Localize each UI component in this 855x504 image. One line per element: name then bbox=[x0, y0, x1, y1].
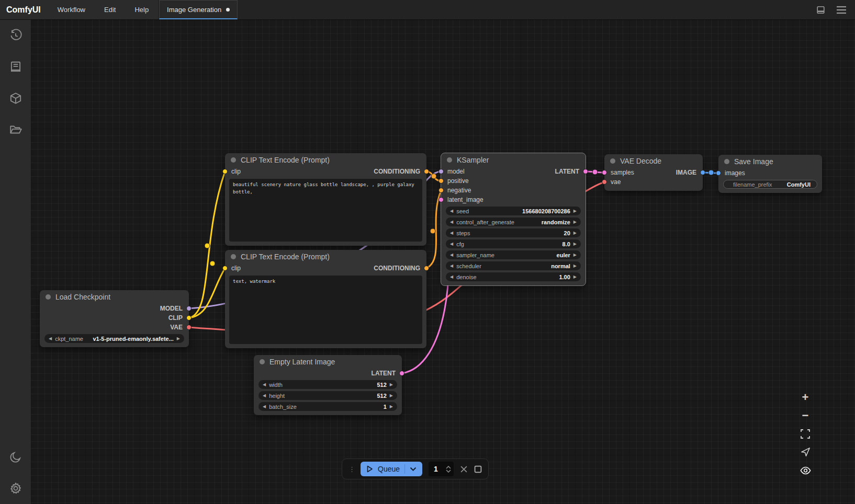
save-image-input-port-images[interactable] bbox=[716, 170, 721, 176]
collapse-dot-icon[interactable] bbox=[231, 254, 236, 259]
menu-help[interactable]: Help bbox=[125, 0, 158, 19]
link-reroute-dot[interactable] bbox=[430, 228, 435, 234]
clip-text-encode-positive-input-port-clip[interactable] bbox=[222, 169, 228, 174]
widget-name-label: seed bbox=[456, 208, 469, 214]
widget-decrement-arrow-icon[interactable]: ◀ bbox=[450, 253, 453, 257]
toggle-link-visibility-button[interactable] bbox=[798, 464, 812, 477]
sidebar-item-settings[interactable] bbox=[0, 473, 31, 504]
ksampler-widget-seed[interactable]: ◀seed156680208700286▶ bbox=[446, 207, 581, 215]
load-checkpoint-output-port-VAE[interactable] bbox=[186, 325, 192, 330]
tab-image-generation[interactable]: Image Generation bbox=[159, 0, 238, 19]
widget-decrement-arrow-icon[interactable]: ◀ bbox=[450, 231, 453, 235]
widget-increment-arrow-icon[interactable]: ▶ bbox=[390, 405, 393, 409]
widget-decrement-arrow-icon[interactable]: ◀ bbox=[263, 405, 266, 409]
load-checkpoint-output-port-MODEL[interactable] bbox=[186, 306, 192, 311]
zoom-out-button[interactable]: − bbox=[798, 409, 812, 422]
batch-count-input[interactable]: 1 bbox=[429, 462, 454, 476]
clip-text-encode-positive-prompt-textarea[interactable]: beautiful scenery nature glass bottle la… bbox=[229, 179, 422, 242]
ksampler-widget-control_after_generate[interactable]: ◀control_after_generaterandomize▶ bbox=[446, 217, 581, 226]
empty-latent-image-widget-height[interactable]: ◀height512▶ bbox=[258, 391, 397, 400]
ksampler-input-port-model[interactable] bbox=[438, 169, 444, 174]
widget-decrement-arrow-icon[interactable]: ◀ bbox=[263, 394, 266, 398]
vae-decode-input-port-samples[interactable] bbox=[602, 170, 607, 175]
widget-decrement-arrow-icon[interactable]: ◀ bbox=[450, 209, 453, 213]
stepper-up-icon[interactable] bbox=[446, 466, 451, 469]
clip-text-encode-positive-node[interactable]: CLIP Text Encode (Prompt)clipCONDITIONIN… bbox=[225, 153, 426, 246]
vae-decode-node[interactable]: VAE DecodesamplesIMAGEvae bbox=[604, 154, 703, 191]
ksampler-widget-sampler_name[interactable]: ◀sampler_nameeuler▶ bbox=[446, 250, 581, 259]
clip-text-encode-negative-input-port-clip[interactable] bbox=[222, 266, 228, 271]
drag-handle[interactable]: ⋮ bbox=[348, 465, 354, 473]
sidebar-item-theme-toggle[interactable] bbox=[0, 441, 31, 473]
link-reroute-dot[interactable] bbox=[708, 170, 714, 175]
link-reroute-dot[interactable] bbox=[205, 243, 210, 248]
hamburger-menu-icon[interactable] bbox=[836, 6, 847, 14]
widget-decrement-arrow-icon[interactable]: ◀ bbox=[450, 264, 453, 268]
save-image-node[interactable]: Save Imageimagesfilename_prefixComfyUI bbox=[718, 155, 822, 193]
stop-icon[interactable] bbox=[474, 465, 482, 473]
collapse-dot-icon[interactable] bbox=[260, 359, 265, 364]
ksampler-output-port-LATENT[interactable] bbox=[583, 169, 588, 174]
widget-increment-arrow-icon[interactable]: ▶ bbox=[177, 337, 180, 341]
sidebar-item-node-library[interactable] bbox=[0, 51, 31, 83]
widget-decrement-arrow-icon[interactable]: ◀ bbox=[450, 220, 453, 224]
zoom-in-button[interactable]: + bbox=[798, 391, 812, 404]
collapse-dot-icon[interactable] bbox=[447, 157, 452, 163]
widget-increment-arrow-icon[interactable]: ▶ bbox=[390, 394, 393, 398]
load-checkpoint-widget-ckpt_name[interactable]: ◀ckpt_namev1-5-pruned-emaonly.safete...▶ bbox=[44, 334, 184, 343]
sidebar-item-model-library[interactable] bbox=[0, 83, 31, 114]
widget-increment-arrow-icon[interactable]: ▶ bbox=[573, 264, 577, 268]
widget-decrement-arrow-icon[interactable]: ◀ bbox=[49, 337, 52, 341]
ksampler-widget-scheduler[interactable]: ◀schedulernormal▶ bbox=[446, 261, 581, 270]
empty-latent-image-output-port-LATENT[interactable] bbox=[399, 371, 404, 376]
node-graph-canvas[interactable]: CLIP Text Encode (Prompt)clipCONDITIONIN… bbox=[31, 20, 855, 504]
vae-decode-input-port-vae[interactable] bbox=[602, 179, 607, 185]
ksampler-node[interactable]: KSamplermodelLATENTpositivenegativelaten… bbox=[441, 153, 586, 285]
widget-decrement-arrow-icon[interactable]: ◀ bbox=[450, 242, 453, 246]
ksampler-input-port-latent_image[interactable] bbox=[438, 197, 444, 202]
sidebar-item-queue-history[interactable] bbox=[0, 20, 31, 51]
empty-latent-image-node[interactable]: Empty Latent ImageLATENT◀width512▶◀heigh… bbox=[254, 355, 402, 415]
menu-workflow[interactable]: Workflow bbox=[48, 0, 95, 19]
clip-text-encode-negative-prompt-textarea[interactable]: text, watermark bbox=[229, 276, 422, 344]
link-reroute-dot[interactable] bbox=[210, 261, 215, 266]
menu-edit[interactable]: Edit bbox=[95, 0, 125, 19]
collapse-dot-icon[interactable] bbox=[231, 157, 236, 163]
collapse-dot-icon[interactable] bbox=[724, 159, 729, 164]
link-reroute-dot[interactable] bbox=[592, 169, 598, 175]
clear-queue-icon[interactable] bbox=[460, 465, 468, 473]
chevron-down-icon[interactable] bbox=[410, 467, 417, 471]
sidebar-item-workflows[interactable] bbox=[0, 114, 31, 145]
widget-increment-arrow-icon[interactable]: ▶ bbox=[573, 275, 577, 279]
save-image-widget-filename_prefix[interactable]: filename_prefixComfyUI bbox=[723, 180, 817, 189]
widget-decrement-arrow-icon[interactable]: ◀ bbox=[263, 383, 266, 387]
collapse-dot-icon[interactable] bbox=[46, 294, 51, 300]
clip-text-encode-positive-output-port-CONDITIONING[interactable] bbox=[424, 169, 429, 174]
ksampler-widget-cfg[interactable]: ◀cfg8.0▶ bbox=[446, 239, 581, 248]
queue-button[interactable]: Queue bbox=[361, 462, 422, 476]
load-checkpoint-output-port-CLIP[interactable] bbox=[186, 315, 192, 320]
ksampler-widget-denoise[interactable]: ◀denoise1.00▶ bbox=[446, 272, 581, 281]
ksampler-widget-steps[interactable]: ◀steps20▶ bbox=[446, 228, 581, 237]
ksampler-input-port-negative[interactable] bbox=[438, 188, 444, 193]
vae-decode-output-port-IMAGE[interactable] bbox=[700, 170, 705, 175]
widget-increment-arrow-icon[interactable]: ▶ bbox=[573, 253, 577, 257]
widget-decrement-arrow-icon[interactable]: ◀ bbox=[450, 275, 453, 279]
widget-increment-arrow-icon[interactable]: ▶ bbox=[390, 383, 393, 387]
clip-text-encode-negative-node[interactable]: CLIP Text Encode (Prompt)clipCONDITIONIN… bbox=[225, 250, 426, 348]
fit-view-button[interactable] bbox=[798, 427, 812, 440]
bottom-panel-icon[interactable] bbox=[816, 5, 826, 15]
widget-increment-arrow-icon[interactable]: ▶ bbox=[573, 231, 577, 235]
widget-increment-arrow-icon[interactable]: ▶ bbox=[573, 220, 577, 224]
empty-latent-image-widget-batch_size[interactable]: ◀batch_size1▶ bbox=[258, 402, 397, 411]
link-reroute-dot[interactable] bbox=[431, 174, 436, 179]
ksampler-input-port-positive[interactable] bbox=[438, 178, 444, 184]
load-checkpoint-node[interactable]: Load CheckpointMODELCLIPVAE◀ckpt_namev1-… bbox=[40, 290, 189, 347]
clip-text-encode-negative-output-port-CONDITIONING[interactable] bbox=[424, 266, 429, 271]
select-mode-button[interactable] bbox=[798, 445, 812, 459]
empty-latent-image-widget-width[interactable]: ◀width512▶ bbox=[258, 380, 397, 389]
widget-increment-arrow-icon[interactable]: ▶ bbox=[573, 242, 577, 246]
collapse-dot-icon[interactable] bbox=[610, 158, 615, 164]
stepper-down-icon[interactable] bbox=[446, 469, 451, 473]
widget-increment-arrow-icon[interactable]: ▶ bbox=[573, 209, 577, 213]
